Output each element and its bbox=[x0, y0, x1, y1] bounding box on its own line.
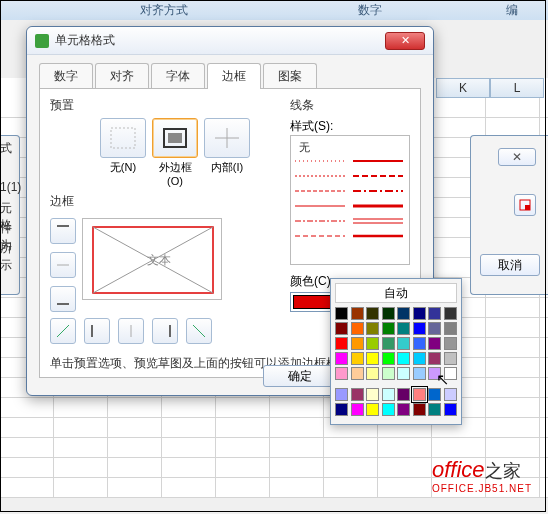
color-swatch[interactable] bbox=[366, 307, 379, 320]
color-swatch[interactable] bbox=[444, 322, 457, 335]
color-swatch[interactable] bbox=[444, 307, 457, 320]
svg-line-14 bbox=[57, 325, 69, 337]
preset-inside-button[interactable] bbox=[204, 118, 250, 158]
color-swatch[interactable] bbox=[428, 322, 441, 335]
color-swatch[interactable] bbox=[366, 337, 379, 350]
color-swatch[interactable] bbox=[428, 352, 441, 365]
color-swatch[interactable] bbox=[351, 307, 364, 320]
border-diag-down-button[interactable] bbox=[186, 318, 212, 344]
color-swatch[interactable] bbox=[382, 403, 395, 416]
color-swatch[interactable] bbox=[335, 403, 348, 416]
border-left-button[interactable] bbox=[84, 318, 110, 344]
color-swatch[interactable] bbox=[351, 367, 364, 380]
border-vmid-button[interactable] bbox=[118, 318, 144, 344]
color-swatch[interactable] bbox=[351, 352, 364, 365]
color-swatch[interactable] bbox=[444, 403, 457, 416]
svg-rect-4 bbox=[168, 133, 182, 143]
line-style-list[interactable]: 无 bbox=[290, 135, 410, 265]
color-swatch[interactable] bbox=[444, 337, 457, 350]
style-none[interactable]: 无 bbox=[295, 140, 405, 155]
color-swatch[interactable] bbox=[428, 403, 441, 416]
color-swatch[interactable] bbox=[366, 352, 379, 365]
color-swatch[interactable] bbox=[366, 322, 379, 335]
tab-border[interactable]: 边框 bbox=[207, 63, 261, 89]
ribbon-group-number[interactable]: 数字 bbox=[328, 0, 412, 20]
color-swatch[interactable] bbox=[335, 367, 348, 380]
column-headers: K L bbox=[436, 78, 544, 98]
color-swatch[interactable] bbox=[335, 337, 348, 350]
color-swatch[interactable] bbox=[444, 367, 457, 380]
right-cancel-button[interactable]: 取消 bbox=[480, 254, 540, 276]
ribbon-group-edit[interactable]: 编 bbox=[476, 0, 548, 20]
color-swatch[interactable] bbox=[351, 403, 364, 416]
color-swatch[interactable] bbox=[428, 367, 441, 380]
border-diag-up-button[interactable] bbox=[50, 318, 76, 344]
color-swatch[interactable] bbox=[335, 352, 348, 365]
preset-none-label: 无(N) bbox=[100, 160, 146, 187]
color-swatch[interactable] bbox=[413, 352, 426, 365]
color-swatch[interactable] bbox=[413, 337, 426, 350]
color-swatch[interactable] bbox=[366, 367, 379, 380]
color-swatch[interactable] bbox=[397, 352, 410, 365]
color-swatch[interactable] bbox=[335, 388, 348, 401]
ribbon-group-align[interactable]: 对齐方式 bbox=[110, 0, 218, 20]
color-swatch[interactable] bbox=[382, 388, 395, 401]
watermark-brand2: 之家 bbox=[485, 461, 521, 481]
tab-font[interactable]: 字体 bbox=[151, 63, 205, 89]
color-swatch[interactable] bbox=[382, 322, 395, 335]
color-swatch[interactable] bbox=[351, 337, 364, 350]
color-swatch[interactable] bbox=[397, 367, 410, 380]
ok-button[interactable]: 确定 bbox=[263, 365, 337, 387]
color-swatch[interactable] bbox=[335, 307, 348, 320]
dialog-titlebar[interactable]: 单元格格式 ✕ bbox=[27, 27, 433, 55]
color-swatch[interactable] bbox=[444, 352, 457, 365]
color-swatch[interactable] bbox=[413, 388, 426, 401]
border-bottom-button[interactable] bbox=[50, 286, 76, 312]
right-close-button[interactable]: ✕ bbox=[498, 148, 536, 166]
color-swatch[interactable] bbox=[397, 322, 410, 335]
color-swatch[interactable] bbox=[382, 337, 395, 350]
border-preview: 文本 bbox=[82, 218, 222, 300]
color-swatch[interactable] bbox=[428, 388, 441, 401]
close-icon[interactable]: ✕ bbox=[385, 32, 425, 50]
range-select-icon[interactable] bbox=[514, 194, 536, 216]
app-icon bbox=[35, 34, 49, 48]
color-swatch[interactable] bbox=[382, 367, 395, 380]
tab-strip: 数字 对齐 字体 边框 图案 bbox=[27, 55, 433, 89]
color-swatch[interactable] bbox=[413, 322, 426, 335]
border-hmid-button[interactable] bbox=[50, 252, 76, 278]
side-dialog-fragment: 式 1(1) 元格 件为 所示 bbox=[0, 135, 20, 295]
auto-color-button[interactable]: 自动 bbox=[335, 283, 457, 303]
preset-none-button[interactable] bbox=[100, 118, 146, 158]
color-swatch[interactable] bbox=[397, 388, 410, 401]
preset-outline-button[interactable] bbox=[152, 118, 198, 158]
color-swatch[interactable] bbox=[382, 352, 395, 365]
color-swatch[interactable] bbox=[444, 388, 457, 401]
tab-number[interactable]: 数字 bbox=[39, 63, 93, 89]
color-swatch[interactable] bbox=[366, 403, 379, 416]
color-swatch[interactable] bbox=[413, 403, 426, 416]
color-swatch[interactable] bbox=[366, 388, 379, 401]
color-swatch[interactable] bbox=[397, 307, 410, 320]
border-right-button[interactable] bbox=[152, 318, 178, 344]
col-header-k[interactable]: K bbox=[436, 78, 490, 98]
right-dialog-fragment: ✕ 取消 bbox=[470, 135, 548, 295]
color-swatch[interactable] bbox=[351, 322, 364, 335]
color-swatch[interactable] bbox=[397, 403, 410, 416]
side-l4: 所示 bbox=[0, 240, 19, 274]
color-swatch[interactable] bbox=[335, 322, 348, 335]
svg-rect-1 bbox=[525, 205, 530, 210]
svg-rect-2 bbox=[111, 128, 135, 148]
tab-align[interactable]: 对齐 bbox=[95, 63, 149, 89]
border-top-button[interactable] bbox=[50, 218, 76, 244]
color-swatch[interactable] bbox=[351, 388, 364, 401]
color-swatch[interactable] bbox=[413, 367, 426, 380]
color-swatch-grid bbox=[335, 307, 457, 416]
color-swatch[interactable] bbox=[413, 307, 426, 320]
tab-pattern[interactable]: 图案 bbox=[263, 63, 317, 89]
color-swatch[interactable] bbox=[397, 337, 410, 350]
color-swatch[interactable] bbox=[382, 307, 395, 320]
color-swatch[interactable] bbox=[428, 307, 441, 320]
color-swatch[interactable] bbox=[428, 337, 441, 350]
col-header-l[interactable]: L bbox=[490, 78, 544, 98]
